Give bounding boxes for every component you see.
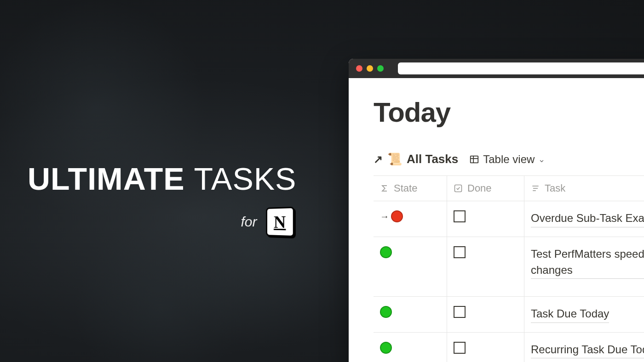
state-dot-icon	[380, 246, 392, 258]
table-row[interactable]: →Overdue Sub-Task Exam	[374, 201, 644, 237]
cell-state	[374, 237, 447, 296]
database-link[interactable]: ↗ 📜 All Tasks	[374, 152, 458, 166]
svg-rect-0	[471, 156, 478, 163]
open-link-icon: ↗	[374, 153, 383, 166]
browser-window: Today ↗ 📜 All Tasks Table view ⌄	[349, 59, 644, 362]
view-switcher[interactable]: Table view ⌄	[469, 153, 545, 166]
task-title[interactable]: Test PerfMatters speed changes	[531, 246, 644, 279]
text-icon	[531, 184, 540, 193]
hero-for-label: for	[241, 214, 257, 230]
cell-state: →	[374, 201, 447, 237]
checkbox-icon	[454, 184, 463, 193]
view-label: Table view	[483, 153, 535, 166]
cell-done	[447, 297, 524, 332]
database-link-label: All Tasks	[407, 152, 458, 166]
address-bar[interactable]	[398, 62, 644, 74]
done-checkbox[interactable]	[454, 210, 466, 222]
database-header: ↗ 📜 All Tasks Table view ⌄	[374, 152, 644, 166]
browser-titlebar	[349, 59, 644, 78]
cell-task: Test PerfMatters speed changes	[524, 237, 644, 296]
table-row[interactable]: Recurring Task Due Toda	[374, 333, 644, 362]
column-header-task[interactable]: Task	[524, 176, 644, 201]
state-dot-icon	[391, 210, 403, 222]
sigma-icon	[380, 184, 389, 193]
window-minimize-button[interactable]	[367, 65, 373, 72]
cell-state	[374, 297, 447, 332]
cell-done	[447, 201, 524, 237]
column-task-label: Task	[545, 182, 565, 194]
scroll-icon: 📜	[387, 152, 402, 166]
table-header-row: State Done Task	[374, 176, 644, 201]
done-checkbox[interactable]	[454, 246, 466, 258]
cell-state	[374, 333, 447, 362]
table-row[interactable]: Task Due Today	[374, 297, 644, 333]
window-close-button[interactable]	[356, 65, 362, 72]
hero-word-bold: ULTIMATE	[28, 161, 185, 196]
hero-word-thin: TASKS	[194, 161, 297, 196]
cell-done	[447, 333, 524, 362]
window-zoom-button[interactable]	[377, 65, 384, 72]
cell-done	[447, 237, 524, 296]
chevron-down-icon: ⌄	[538, 154, 545, 164]
state-dot-icon	[380, 306, 392, 318]
subtask-arrow-icon: →	[380, 211, 389, 222]
column-state-label: State	[394, 182, 417, 194]
page-title: Today	[374, 96, 644, 128]
task-title[interactable]: Task Due Today	[531, 306, 609, 323]
hero-title: ULTIMATE TASKS for N	[28, 163, 296, 237]
column-done-label: Done	[467, 182, 492, 194]
done-checkbox[interactable]	[454, 342, 466, 354]
cell-task: Recurring Task Due Toda	[524, 333, 644, 362]
notion-page: Today ↗ 📜 All Tasks Table view ⌄	[349, 78, 644, 362]
task-title[interactable]: Recurring Task Due Toda	[531, 342, 644, 359]
svg-rect-3	[455, 185, 462, 192]
cell-task: Task Due Today	[524, 297, 644, 332]
state-dot-icon	[380, 342, 392, 354]
done-checkbox[interactable]	[454, 306, 466, 318]
table-row[interactable]: Test PerfMatters speed changes	[374, 237, 644, 297]
task-title[interactable]: Overdue Sub-Task Exam	[531, 210, 644, 227]
column-header-done[interactable]: Done	[447, 176, 524, 201]
cell-task: Overdue Sub-Task Exam	[524, 201, 644, 237]
column-header-state[interactable]: State	[374, 176, 447, 201]
tasks-table: State Done Task →Overdue Sub-Task Exam	[374, 175, 644, 362]
notion-logo-icon: N	[266, 207, 295, 237]
notion-logo-glyph: N	[274, 212, 286, 232]
table-icon	[469, 154, 479, 164]
